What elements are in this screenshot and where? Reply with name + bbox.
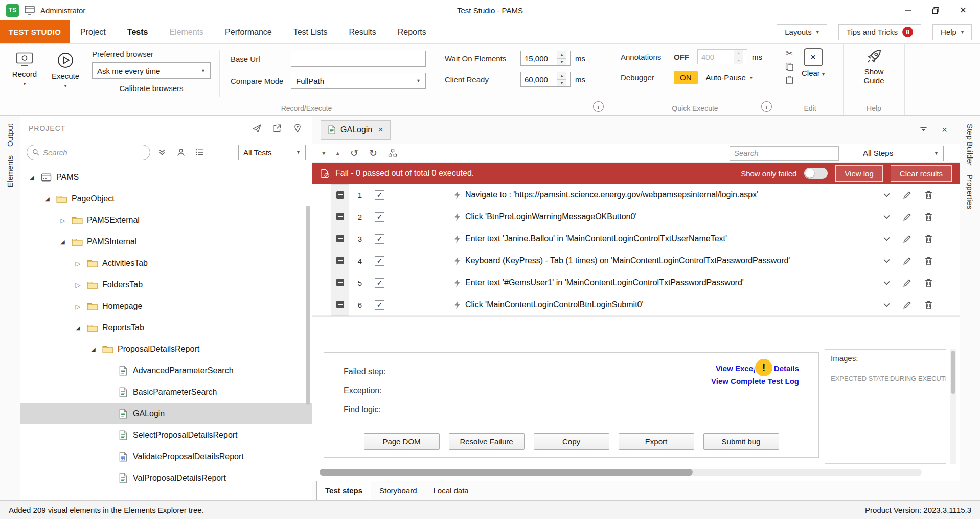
test-filter-select[interactable]: All Tests▼ xyxy=(238,145,306,160)
tree-item[interactable]: ProposalDetailsReport xyxy=(20,339,312,360)
expand-toggle-icon[interactable] xyxy=(74,303,82,310)
right-rail-tab[interactable]: Step Builder xyxy=(966,124,974,167)
client-ready-input[interactable] xyxy=(521,72,557,86)
user-filter-icon[interactable] xyxy=(174,145,188,160)
project-search-input[interactable] xyxy=(43,148,145,157)
delete-step-icon[interactable] xyxy=(924,278,933,288)
tree-item[interactable]: PageObject xyxy=(20,188,312,210)
tree-scrollbar[interactable] xyxy=(306,196,310,492)
base-url-input[interactable] xyxy=(291,51,426,67)
pin-location-icon[interactable] xyxy=(291,122,304,134)
show-guide-button[interactable]: Show Guide xyxy=(844,44,904,85)
left-rail-tab[interactable]: Output xyxy=(6,124,14,148)
step-drag-handle[interactable] xyxy=(331,250,349,272)
redo-icon[interactable]: ↻ xyxy=(369,148,377,158)
auto-pause-button[interactable]: Auto-Pause▾ xyxy=(706,73,753,82)
copy-icon[interactable] xyxy=(785,62,794,71)
restore-button[interactable] xyxy=(928,3,943,17)
edit-step-icon[interactable] xyxy=(902,212,912,222)
ribbon-tab[interactable]: Elements xyxy=(158,20,214,43)
edit-step-icon[interactable] xyxy=(902,300,912,310)
delete-step-icon[interactable] xyxy=(924,190,933,200)
step-enabled-checkbox[interactable] xyxy=(375,300,384,310)
tree-item[interactable]: PAMSInternal xyxy=(20,231,312,253)
tree-item[interactable]: PAMS xyxy=(20,167,312,188)
details-action-button[interactable]: Submit bug xyxy=(703,433,779,450)
view-log-button[interactable]: View log xyxy=(835,165,882,182)
increment-icon[interactable]: ▲ xyxy=(557,72,566,80)
ribbon-tab[interactable]: Test Lists xyxy=(283,20,338,43)
expand-toggle-icon[interactable] xyxy=(74,260,82,267)
document-tab-galogin[interactable]: GALogin × xyxy=(321,120,391,140)
minimize-button[interactable] xyxy=(900,3,916,17)
scrollbar-thumb[interactable] xyxy=(951,351,955,394)
tree-item[interactable]: PAMSExternal xyxy=(20,210,312,231)
clear-button[interactable]: × Clear ▾ xyxy=(802,48,825,84)
details-horizontal-scrollbar[interactable] xyxy=(320,469,922,476)
clear-results-button[interactable]: Clear results xyxy=(891,165,952,182)
ribbon-tab[interactable]: Results xyxy=(338,20,386,43)
step-options-chevron-icon[interactable] xyxy=(883,281,890,285)
close-button[interactable]: × xyxy=(955,3,971,17)
undo-icon[interactable]: ↺ xyxy=(350,148,358,158)
move-step-down-icon[interactable]: ▾ xyxy=(322,150,326,156)
open-external-icon[interactable] xyxy=(271,122,283,134)
help-button[interactable]: Help▾ xyxy=(932,24,972,40)
close-tab-icon[interactable]: × xyxy=(378,126,383,134)
expand-toggle-icon[interactable] xyxy=(89,346,98,353)
delete-step-icon[interactable] xyxy=(924,256,933,266)
left-rail-tab[interactable]: Elements xyxy=(6,155,14,189)
step-enabled-checkbox[interactable] xyxy=(375,212,384,222)
preferred-browser-select[interactable]: Ask me every time▼ xyxy=(92,62,211,79)
tree-item[interactable]: SelectProposalDetailsReport xyxy=(20,424,312,446)
step-options-chevron-icon[interactable] xyxy=(883,237,890,241)
layouts-button[interactable]: Layouts▾ xyxy=(777,24,827,40)
scrollbar-thumb[interactable] xyxy=(306,206,310,405)
step-drag-handle[interactable] xyxy=(331,184,349,206)
expand-toggle-icon[interactable] xyxy=(74,281,82,289)
ribbon-tab[interactable]: Project xyxy=(70,20,117,43)
tree-item[interactable]: ActivitiesTab xyxy=(20,253,312,274)
test-step-row[interactable]: 5 Enter text '#GemsUser1' in 'MainConten… xyxy=(312,272,960,294)
edit-step-icon[interactable] xyxy=(902,256,912,266)
editor-view-tab[interactable]: Storyboard xyxy=(371,481,425,500)
expand-toggle-icon[interactable] xyxy=(28,174,36,181)
list-view-icon[interactable] xyxy=(193,145,207,160)
step-drag-handle[interactable] xyxy=(331,272,349,294)
editor-view-tab[interactable]: Local data xyxy=(425,481,476,500)
expand-toggle-icon[interactable] xyxy=(74,325,82,331)
tree-item[interactable]: Homepage xyxy=(20,296,312,317)
step-options-chevron-icon[interactable] xyxy=(883,193,890,197)
view-complete-test-log-link[interactable]: View Complete Test Log xyxy=(711,377,799,386)
steps-filter-select[interactable]: All Steps▼ xyxy=(858,146,944,161)
step-enabled-checkbox[interactable] xyxy=(375,256,384,266)
debugger-on-toggle[interactable]: ON xyxy=(674,71,698,84)
step-hierarchy-icon[interactable] xyxy=(388,149,397,157)
step-drag-handle[interactable] xyxy=(331,206,349,228)
move-step-up-icon[interactable]: ▴ xyxy=(336,150,340,156)
step-options-chevron-icon[interactable] xyxy=(883,259,890,263)
test-step-row[interactable]: 2 Click 'BtnPreLoginWarningMessageOKButt… xyxy=(312,206,960,228)
right-rail-tab[interactable]: Properties xyxy=(966,174,974,211)
wait-on-elements-input[interactable] xyxy=(521,51,557,65)
delete-step-icon[interactable] xyxy=(924,212,933,222)
edit-step-icon[interactable] xyxy=(902,190,912,200)
details-action-button[interactable]: Page DOM xyxy=(364,433,440,450)
expand-toggle-icon[interactable] xyxy=(43,196,52,202)
step-enabled-checkbox[interactable] xyxy=(375,278,384,288)
execute-button[interactable]: Execute ▾ xyxy=(45,49,86,98)
close-pane-icon[interactable]: × xyxy=(942,125,947,134)
ribbon-tab[interactable]: Tests xyxy=(117,20,159,43)
run-selected-icon[interactable] xyxy=(250,122,263,134)
details-action-button[interactable]: Resolve Failure xyxy=(449,433,525,450)
step-enabled-checkbox[interactable] xyxy=(375,234,384,244)
tree-item[interactable]: ValidateProposalDetailsReport xyxy=(20,446,312,467)
cut-icon[interactable]: ✂ xyxy=(786,49,793,58)
step-enabled-checkbox[interactable] xyxy=(375,190,384,200)
details-action-button[interactable]: Copy xyxy=(534,433,609,450)
quick-execute-info-icon[interactable]: i xyxy=(761,101,772,112)
delete-step-icon[interactable] xyxy=(924,300,933,310)
compare-mode-select[interactable]: FullPath▼ xyxy=(291,73,426,89)
test-step-row[interactable]: 6 Click 'MainContentLoginControlBtnLogin… xyxy=(312,294,960,316)
dock-menu-icon[interactable] xyxy=(920,127,927,133)
